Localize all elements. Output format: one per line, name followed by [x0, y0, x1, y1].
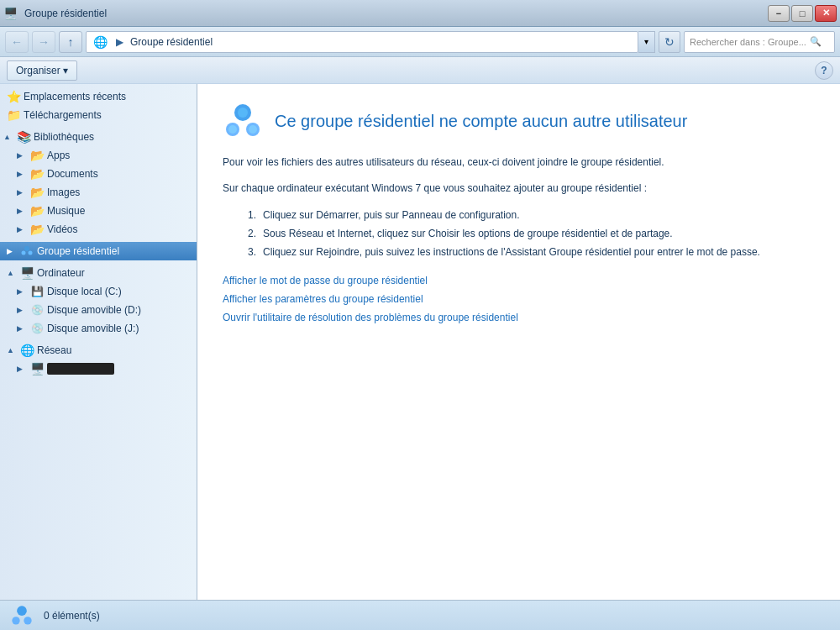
videos-icon: 📂: [30, 223, 44, 236]
sidebar-item-musique[interactable]: ▶ 📂 Musique: [0, 202, 197, 220]
svg-point-11: [24, 617, 31, 624]
status-bar: 0 élément(s): [0, 600, 840, 630]
breadcrumb-arrow: ▶: [116, 36, 123, 48]
sidebar-item-apps[interactable]: ▶ 📂 Apps: [0, 146, 197, 165]
recent-icon: ⭐: [7, 90, 20, 103]
downloads-icon: 📁: [7, 108, 20, 122]
content-desc: Pour voir les fichiers des autres utilis…: [223, 155, 815, 171]
sidebar-item-homegroup[interactable]: ▶ Groupe résidentiel: [0, 242, 197, 260]
status-count: 0 élément(s): [44, 610, 100, 622]
sidebar-item-documents[interactable]: ▶ 📂 Documents: [0, 165, 197, 183]
up-button[interactable]: ↑: [59, 31, 82, 53]
address-dropdown[interactable]: ▾: [638, 31, 655, 53]
sidebar-item-network-computer[interactable]: ▶ 🖥️: [0, 360, 197, 378]
sidebar-disk-c-label: Disque local (C:): [47, 286, 122, 297]
sidebar-item-disk-c[interactable]: ▶ 💾 Disque local (C:): [0, 282, 197, 301]
window-title: Groupe résidentiel: [24, 8, 107, 19]
sidebar-item-libraries[interactable]: ▲ 📚 Bibliothèques: [0, 128, 197, 146]
search-icon[interactable]: 🔍: [810, 36, 822, 47]
step-1-text: Cliquez sur Démarrer, puis sur Panneau d…: [263, 207, 815, 225]
sidebar-item-images[interactable]: ▶ 📂 Images: [0, 183, 197, 202]
documents-icon: 📂: [30, 167, 44, 181]
sidebar-libraries-label: Bibliothèques: [34, 131, 94, 143]
computer-expand-icon: ▲: [7, 269, 17, 277]
network-computer-expand-icon: ▶: [17, 365, 27, 373]
disk-c-icon: 💾: [30, 285, 44, 298]
nav-bar: ← → ↑ 🌐 ▶ Groupe résidentiel ▾ ↻ Recherc…: [0, 27, 840, 57]
address-bar[interactable]: 🌐 ▶ Groupe résidentiel: [86, 31, 638, 53]
svg-point-0: [24, 246, 29, 251]
maximize-button[interactable]: □: [791, 5, 813, 22]
network-expand-icon: ▲: [7, 346, 17, 354]
sidebar-item-disk-j[interactable]: ▶ 💿 Disque amovible (J:): [0, 319, 197, 338]
disk-c-expand-icon: ▶: [17, 287, 27, 296]
organiser-button[interactable]: Organiser ▾: [7, 60, 77, 81]
musique-expand-icon: ▶: [17, 207, 27, 215]
breadcrumb-text: Groupe résidentiel: [130, 36, 213, 48]
sidebar-disk-j-label: Disque amovible (J:): [47, 323, 139, 334]
sidebar-images-label: Images: [47, 186, 80, 198]
disk-j-expand-icon: ▶: [17, 324, 27, 333]
svg-point-7: [228, 125, 237, 134]
homegroup-header: Ce groupe résidentiel ne compte aucun au…: [223, 101, 815, 141]
sidebar-network-label: Réseau: [37, 344, 71, 356]
sidebar-homegroup-label: Groupe résidentiel: [37, 245, 119, 257]
sidebar-item-downloads[interactable]: 📁 Téléchargements: [0, 106, 197, 124]
sidebar-downloads-label: Téléchargements: [24, 109, 102, 121]
musique-icon: 📂: [30, 204, 44, 218]
step-3-text: Cliquez sur Rejoindre, puis suivez les i…: [263, 244, 815, 262]
svg-point-8: [249, 125, 257, 134]
step-2-text: Sous Réseau et Internet, cliquez sur Cho…: [263, 225, 815, 244]
sidebar-item-videos[interactable]: ▶ 📂 Vidéos: [0, 220, 197, 239]
step-3: 3. Cliquez sur Rejoindre, puis suivez le…: [239, 244, 815, 262]
sidebar-item-disk-d[interactable]: ▶ 💿 Disque amovible (D:): [0, 301, 197, 319]
documents-expand-icon: ▶: [17, 170, 27, 178]
search-bar[interactable]: Rechercher dans : Groupe... 🔍: [684, 31, 835, 53]
link-show-password[interactable]: Afficher le mot de passe du groupe résid…: [223, 275, 815, 286]
minimize-button[interactable]: −: [768, 5, 790, 22]
link-show-settings[interactable]: Afficher les paramètres du groupe réside…: [223, 293, 815, 305]
apps-expand-icon: ▶: [17, 151, 27, 160]
disk-j-icon: 💿: [30, 322, 44, 335]
disk-d-expand-icon: ▶: [17, 306, 27, 314]
content-steps: 1. Cliquez sur Démarrer, puis sur Pannea…: [239, 207, 815, 261]
homegroup-logo: [223, 101, 263, 141]
help-button[interactable]: ?: [815, 61, 833, 80]
search-placeholder: Rechercher dans : Groupe...: [690, 37, 806, 47]
svg-point-10: [12, 617, 19, 624]
network-computer-icon: 🖥️: [30, 362, 44, 375]
svg-point-6: [238, 108, 248, 118]
videos-expand-icon: ▶: [17, 225, 27, 234]
sidebar-recent-label: Emplacements récents: [24, 91, 126, 102]
sidebar-computer-label: Ordinateur: [37, 267, 85, 279]
homegroup-expand-icon: ▶: [7, 247, 17, 255]
libraries-expand-icon: ▲: [3, 133, 13, 141]
images-icon: 📂: [30, 186, 44, 199]
homegroup-icon: [20, 244, 34, 258]
status-homegroup-icon: [10, 604, 34, 627]
sidebar-musique-label: Musique: [47, 205, 85, 217]
sidebar-videos-label: Vidéos: [47, 223, 77, 235]
main-layout: ⭐ Emplacements récents 📁 Téléchargements…: [0, 84, 840, 600]
sidebar-documents-label: Documents: [47, 168, 98, 180]
svg-point-1: [22, 251, 26, 255]
toolbar: Organiser ▾ ?: [0, 57, 840, 84]
link-troubleshoot[interactable]: Ouvrir l'utilitaire de résolution des pr…: [223, 312, 815, 323]
back-button[interactable]: ←: [5, 31, 29, 53]
apps-icon: 📂: [30, 149, 44, 162]
window-controls: − □ ✕: [768, 5, 837, 22]
content-instruction: Sur chaque ordinateur exécutant Windows …: [223, 181, 815, 197]
sidebar-apps-label: Apps: [47, 150, 70, 161]
close-button[interactable]: ✕: [815, 5, 837, 22]
title-bar-left: 🖥️ Groupe résidentiel: [3, 7, 107, 20]
forward-button[interactable]: →: [32, 31, 55, 53]
sidebar-item-network[interactable]: ▲ 🌐 Réseau: [0, 341, 197, 360]
sidebar-disk-d-label: Disque amovible (D:): [47, 304, 141, 316]
images-expand-icon: ▶: [17, 188, 27, 197]
sidebar: ⭐ Emplacements récents 📁 Téléchargements…: [0, 84, 197, 600]
sidebar-network-item-label: [47, 363, 114, 375]
sidebar-item-computer[interactable]: ▲ 🖥️ Ordinateur: [0, 264, 197, 282]
refresh-button[interactable]: ↻: [659, 31, 680, 53]
sidebar-item-recent[interactable]: ⭐ Emplacements récents: [0, 87, 197, 106]
svg-point-2: [29, 251, 33, 255]
